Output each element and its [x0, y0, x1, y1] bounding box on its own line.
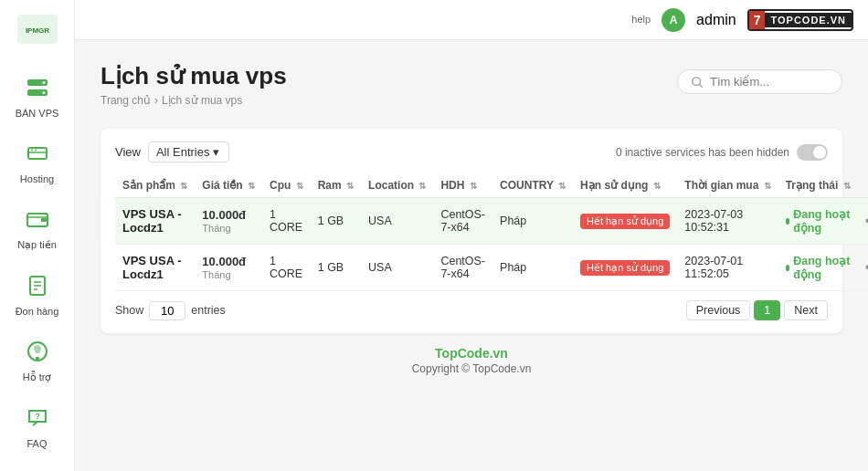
- entries-label: entries: [191, 304, 226, 317]
- page-title: Lịch sử mua vps: [101, 62, 287, 90]
- svg-rect-6: [28, 148, 47, 159]
- page-heading: Lịch sử mua vps Trang chủ › Lịch sử mua …: [101, 62, 287, 123]
- svg-text:?: ?: [35, 412, 40, 421]
- col-thoi-gian-mua[interactable]: Thời gian mua ⇅: [677, 173, 778, 198]
- svg-point-4: [42, 81, 45, 84]
- svg-point-7: [31, 150, 33, 152]
- topbar-username: admin: [696, 12, 736, 28]
- cell-location-1: USA: [361, 245, 433, 291]
- inactive-notice-text: 0 inactive services has been hidden: [616, 146, 789, 159]
- search-bar: [677, 69, 842, 94]
- sidebar-item-don-hang-label: Đon hàng: [16, 306, 59, 317]
- faq-icon: ?: [21, 402, 54, 434]
- cell-han-su-dung-1: Hết hạn sử dụng: [573, 245, 677, 291]
- cell-country-0: Pháp: [492, 198, 573, 245]
- data-table: Sản phẩm ⇅ Giá tiền ⇅ Cpu ⇅ Ram ⇅ Locati…: [115, 173, 868, 291]
- sidebar-logo: IPMGR: [12, 9, 63, 53]
- pagination-page-1[interactable]: 1: [754, 300, 780, 320]
- cell-price-0: 10.000đ Tháng: [195, 198, 262, 245]
- svg-text:IPMGR: IPMGR: [25, 26, 48, 35]
- main-area: help A admin 7 TOPCODE.VN Lịch sử mua vp…: [75, 0, 868, 471]
- col-cpu[interactable]: Cpu ⇅: [262, 173, 311, 198]
- content-header: Lịch sử mua vps Trang chủ › Lịch sử mua …: [101, 62, 842, 123]
- sidebar-item-don-hang[interactable]: Đon hàng: [0, 260, 74, 326]
- page-footer: TopCode.vn Copyright © TopCode.vn: [101, 333, 842, 381]
- cell-product-1: VPS USA - Locdz1: [115, 245, 195, 291]
- cell-actions-1: •••: [858, 245, 868, 291]
- pagination: Previous 1 Next: [686, 300, 828, 320]
- search-icon: [691, 76, 704, 89]
- pagination-next[interactable]: Next: [784, 300, 828, 320]
- entries-input[interactable]: [149, 301, 185, 320]
- col-hdh[interactable]: HDH ⇅: [433, 173, 492, 198]
- topbar-brand-text: TOPCODE.VN: [765, 13, 852, 27]
- view-label: View: [115, 145, 141, 159]
- cell-hdh-0: CentOS-7-x64: [433, 198, 492, 245]
- footer-copyright: Copyright © TopCode.vn: [101, 362, 842, 375]
- breadcrumb-current: Lịch sử mua vps: [162, 94, 242, 107]
- cell-ram-0: 1 GB: [311, 198, 361, 245]
- col-country[interactable]: COUNTRY ⇅: [492, 173, 573, 198]
- cell-trang-thai-1: Đang hoạt động: [778, 245, 858, 291]
- cell-han-su-dung-0: Hết hạn sử dụng: [573, 198, 677, 245]
- svg-rect-10: [41, 218, 47, 222]
- content-area: Lịch sử mua vps Trang chủ › Lịch sử mua …: [75, 40, 868, 471]
- col-actions: [858, 173, 868, 198]
- search-input[interactable]: [710, 75, 829, 89]
- cell-thoi-gian-mua-1: 2023-07-01 11:52:05: [677, 245, 778, 291]
- breadcrumb: Trang chủ › Lịch sử mua vps: [101, 94, 287, 107]
- col-ram[interactable]: Ram ⇅: [311, 173, 361, 198]
- topbar-user-info: help: [631, 13, 651, 26]
- svg-rect-16: [36, 357, 39, 360]
- pagination-previous[interactable]: Previous: [686, 300, 751, 320]
- inactive-notice: 0 inactive services has been hidden: [616, 144, 828, 161]
- brand-icon-red: 7: [749, 11, 766, 29]
- sidebar-item-faq[interactable]: ? FAQ: [0, 392, 74, 458]
- topbar-right: help A admin 7 TOPCODE.VN: [631, 8, 853, 32]
- topbar-help-text: help: [631, 13, 651, 26]
- table-toolbar: View All Entries ▾ 0 inactive services h…: [115, 141, 828, 162]
- col-location[interactable]: Location ⇅: [361, 173, 433, 198]
- breadcrumb-home[interactable]: Trang chủ: [101, 94, 151, 107]
- cell-location-0: USA: [361, 198, 433, 245]
- cell-product-0: VPS USA - Locdz1: [115, 198, 195, 245]
- breadcrumb-sep: ›: [154, 94, 158, 107]
- cell-hdh-1: CentOS-7-x64: [433, 245, 492, 291]
- cell-actions-0: •••: [858, 198, 868, 245]
- avatar: A: [662, 8, 685, 32]
- server-icon: [21, 71, 54, 104]
- topbar-brand-box: 7 TOPCODE.VN: [747, 9, 853, 31]
- sidebar-item-ho-tro-label: Hỗ trợ: [23, 372, 52, 383]
- cell-cpu-1: 1 CORE: [262, 245, 311, 291]
- view-dropdown[interactable]: All Entries ▾: [148, 141, 230, 162]
- topbar: help A admin 7 TOPCODE.VN: [75, 0, 868, 40]
- chevron-down-icon: ▾: [213, 145, 219, 159]
- sidebar-item-hosting-label: Hosting: [20, 173, 54, 184]
- col-han-su-dung[interactable]: Hạn sử dụng ⇅: [573, 173, 677, 198]
- sidebar-item-ho-tro[interactable]: Hỗ trợ: [0, 326, 74, 392]
- table-footer: Show entries Previous 1 Next: [115, 300, 828, 320]
- view-value: All Entries: [156, 145, 210, 159]
- show-label: Show: [115, 304, 143, 317]
- cell-price-1: 10.000đ Tháng: [195, 245, 262, 291]
- wallet-icon: [21, 203, 54, 236]
- col-trang-thai[interactable]: Trạng thái ⇅: [778, 173, 858, 198]
- sidebar-item-faq-label: FAQ: [26, 438, 47, 449]
- col-san-pham[interactable]: Sản phẩm ⇅: [115, 173, 195, 198]
- cell-country-1: Pháp: [492, 245, 573, 291]
- sidebar-item-download[interactable]: Download: [0, 458, 74, 471]
- svg-point-8: [35, 150, 37, 152]
- sidebar-item-ban-vps[interactable]: BÁN VPS: [0, 62, 74, 128]
- cell-thoi-gian-mua-0: 2023-07-03 10:52:31: [677, 198, 778, 245]
- footer-brand: TopCode.vn: [101, 346, 842, 361]
- sidebar-item-nap-tien[interactable]: Nạp tiền: [0, 194, 74, 260]
- sidebar-item-hosting[interactable]: Hosting: [0, 128, 74, 194]
- show-entries: Show entries: [115, 301, 226, 320]
- cell-trang-thai-0: Đang hoạt động: [778, 198, 858, 245]
- inactive-toggle[interactable]: [797, 144, 828, 161]
- support-icon: [21, 335, 54, 368]
- cell-ram-1: 1 GB: [311, 245, 361, 291]
- col-gia-tien[interactable]: Giá tiền ⇅: [195, 173, 262, 198]
- download-icon: [21, 467, 54, 471]
- sidebar-item-ban-vps-label: BÁN VPS: [16, 108, 59, 119]
